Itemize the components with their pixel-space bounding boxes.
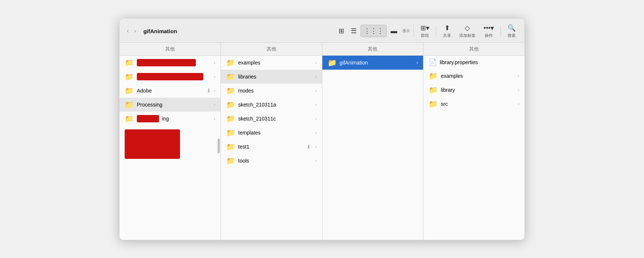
item-name: ing	[162, 116, 211, 122]
cloud-icon: ⬇	[307, 144, 311, 150]
tag-icon: ◇	[465, 24, 470, 32]
item-name: libraries	[238, 74, 312, 80]
list-item[interactable]: 📁 tools ›	[221, 154, 322, 168]
folder-icon: 📁	[429, 86, 438, 94]
chevron-icon: ›	[315, 74, 317, 79]
item-name: Adobe	[137, 88, 204, 94]
redacted-name	[137, 115, 159, 122]
view-buttons: ⊞ ☰ ⋮⋮⋮ ▬	[336, 25, 400, 37]
column-icon: ⋮⋮⋮	[364, 27, 384, 35]
chevron-icon: ›	[214, 74, 215, 79]
view-gallery-button[interactable]: ▬	[388, 25, 400, 37]
col-header-2: 其他	[322, 43, 424, 55]
column-1: 📁 examples › 📁 libraries › 📁 modes › 📁 s…	[221, 56, 322, 240]
col-header-3: 其他	[423, 43, 524, 55]
item-name: library	[441, 87, 515, 93]
list-item[interactable]: 📄 library.properties	[423, 56, 524, 69]
item-name: examples	[238, 60, 312, 66]
list-item[interactable]: 📁 gifAnimation ›	[322, 56, 423, 70]
chevron-icon: ›	[416, 60, 418, 65]
download-icon: ⬇	[207, 88, 211, 94]
titlebar: ‹ › gifAnimation ⊞ ☰ ⋮⋮⋮ ▬ 显示	[120, 18, 524, 43]
folder-icon: 📁	[226, 114, 235, 123]
folder-icon: 📁	[226, 58, 235, 67]
column-2: 📁 gifAnimation ›	[322, 56, 424, 240]
chevron-icon: ›	[315, 158, 317, 163]
list-item[interactable]: 📁 test1 ⬇ ›	[221, 140, 322, 154]
list-item[interactable]: 📁 examples ›	[221, 56, 322, 70]
scrollbar-handle[interactable]	[218, 139, 220, 153]
list-item[interactable]: 📁 libraries ›	[221, 70, 322, 84]
folder-icon: 📁	[125, 100, 134, 109]
chevron-icon: ›	[518, 73, 519, 79]
folder-icon: 📁	[226, 86, 235, 95]
chevron-icon: ›	[315, 144, 317, 149]
search-icon: 🔍	[508, 24, 516, 32]
item-name: library.properties	[440, 59, 519, 65]
folder-icon: 📁	[226, 128, 235, 137]
redacted-block	[125, 129, 180, 159]
group-button[interactable]: ⊞▾ 群组	[418, 22, 432, 40]
column-3: 📄 library.properties 📁 examples › 📁 libr…	[423, 56, 524, 240]
chevron-icon: ›	[214, 88, 215, 93]
toolbar: ⊞ ☰ ⋮⋮⋮ ▬ 显示 ⊞▾ 群组	[333, 22, 519, 40]
folder-icon: 📁	[226, 72, 235, 81]
action-button[interactable]: •••▾ 操作	[481, 22, 497, 40]
folder-icon: 📁	[226, 156, 235, 165]
chevron-icon: ›	[315, 116, 317, 121]
redacted-name	[137, 73, 203, 80]
list-item[interactable]: 📁 src ›	[423, 97, 524, 111]
list-icon: ☰	[351, 27, 357, 35]
list-item[interactable]: 📁 sketch_210311c ›	[221, 112, 322, 126]
grid-icon: ⊞	[339, 27, 344, 35]
share-label: 共享	[443, 33, 451, 38]
list-item[interactable]: 📁 library ›	[423, 83, 524, 97]
col-header-1: 其他	[221, 43, 322, 55]
folder-icon: 📁	[226, 142, 235, 151]
action-label: 操作	[485, 33, 493, 38]
share-button[interactable]: ⬆ 共享	[440, 22, 454, 40]
folder-icon: 📁	[226, 100, 235, 109]
list-item[interactable]: 📁 examples ›	[423, 69, 524, 83]
window-title: gifAnimation	[143, 28, 327, 34]
item-name: sketch_210311a	[238, 102, 312, 108]
chevron-icon: ›	[315, 60, 317, 65]
forward-button[interactable]: ›	[132, 27, 137, 35]
nav-buttons: ‹ ›	[125, 27, 138, 35]
list-item[interactable]: 📁 ing ›	[120, 112, 221, 126]
list-item[interactable]: 📁 Processing ›	[120, 98, 221, 112]
item-name: src	[441, 101, 515, 107]
tag-label: 添加标签	[459, 33, 475, 38]
list-item[interactable]: 📁 sketch_210311a ›	[221, 98, 322, 112]
chevron-icon: ›	[214, 60, 215, 65]
back-button[interactable]: ‹	[125, 27, 130, 35]
view-grid-button[interactable]: ⊞	[336, 25, 347, 37]
tag-button[interactable]: ◇ 添加标签	[456, 22, 478, 40]
folder-icon: 📁	[328, 58, 337, 67]
share-icon: ⬆	[444, 24, 450, 32]
finder-window: ‹ › gifAnimation ⊞ ☰ ⋮⋮⋮ ▬ 显示	[119, 18, 525, 240]
search-label: 搜索	[508, 33, 516, 38]
view-list-button[interactable]: ☰	[348, 25, 360, 37]
list-item[interactable]: 📁 templates ›	[221, 126, 322, 140]
chevron-icon: ›	[214, 116, 215, 121]
list-item[interactable]: 📁 ›	[120, 56, 221, 70]
item-name: examples	[441, 73, 515, 79]
list-item[interactable]: 📁 ›	[120, 70, 221, 84]
columns-container: 📁 › 📁 › 📁 Adobe ⬇ › 📁 Processing ›	[120, 56, 524, 240]
separator-2	[436, 25, 436, 36]
column-headers: 其他 其他 其他 其他	[120, 43, 524, 56]
item-name: templates	[238, 130, 312, 136]
list-item[interactable]: 📁 Adobe ⬇ ›	[120, 84, 221, 98]
chevron-icon: ›	[518, 101, 519, 107]
folder-icon: 📁	[125, 72, 134, 81]
folder-icon: 📁	[125, 58, 134, 67]
search-button[interactable]: 🔍 搜索	[505, 22, 519, 40]
chevron-icon: ›	[518, 87, 519, 93]
chevron-icon: ›	[315, 88, 317, 93]
view-column-button[interactable]: ⋮⋮⋮	[360, 25, 387, 37]
item-name: test1	[238, 144, 304, 150]
item-name: Processing	[137, 102, 211, 108]
item-name: sketch_210311c	[238, 116, 312, 122]
list-item[interactable]: 📁 modes ›	[221, 84, 322, 98]
